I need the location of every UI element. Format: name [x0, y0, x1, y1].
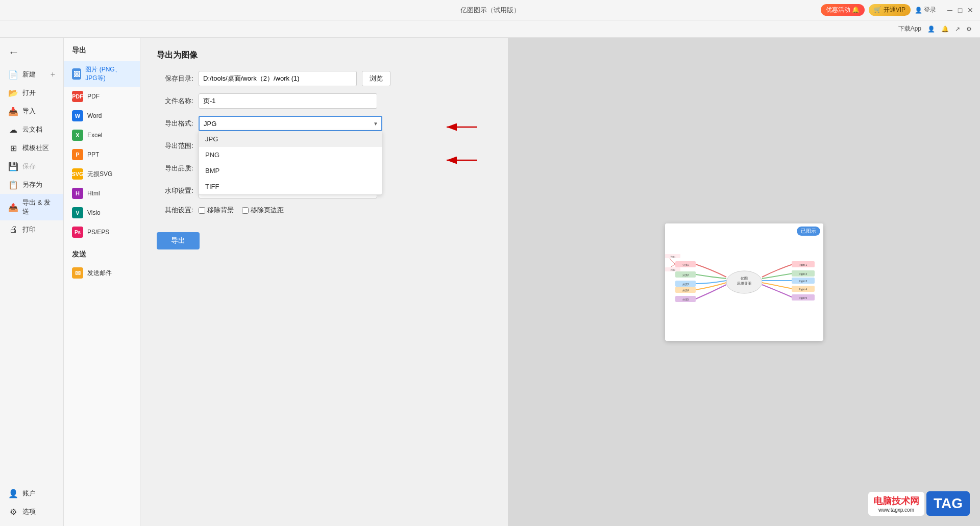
other-settings-row: 其他设置: 移除背景 移除页边距	[157, 206, 492, 215]
nav-open[interactable]: 📂 打开	[0, 84, 63, 102]
sidebar-item-word[interactable]: W Word	[64, 106, 140, 126]
user-profile-button[interactable]: 👤	[927, 26, 935, 33]
svg-text:子项1: 子项1	[670, 256, 675, 258]
close-button[interactable]: ✕	[967, 7, 974, 14]
remove-border-label: 移除页边距	[251, 206, 284, 215]
user-avatar-icon: 👤	[927, 26, 935, 33]
save-dir-input[interactable]	[199, 71, 357, 86]
sidebar-item-ppt[interactable]: P PPT	[64, 145, 140, 164]
export-panel: 导出为图像 保存目录: 浏览 文件名称: 导出格式: JPG PNG	[140, 38, 508, 526]
image-format-icon: 🖼	[72, 68, 81, 80]
sidebar-excel-label: Excel	[87, 132, 102, 139]
remove-bg-input[interactable]	[199, 207, 205, 214]
remove-border-checkbox[interactable]: 移除页边距	[242, 206, 284, 215]
nav-print[interactable]: 🖨 打印	[0, 220, 63, 239]
watermark-site-name: 电脑技术网	[873, 495, 919, 507]
sidebar-item-html[interactable]: H Html	[64, 184, 140, 203]
sidebar-item-image[interactable]: 🖼 图片 (PNG、JPG等)	[64, 61, 140, 87]
account-icon: 👤	[8, 488, 18, 498]
open-icon: 📂	[8, 88, 18, 98]
window-controls: ─ □ ✕	[946, 7, 974, 14]
nav-export-label: 导出 & 发送	[22, 198, 55, 216]
import-icon: 📥	[8, 106, 18, 116]
download-app-button[interactable]: 下载App	[898, 24, 921, 33]
nav-cloud[interactable]: ☁ 云文档	[0, 120, 63, 139]
sidebar-item-email[interactable]: ✉ 发送邮件	[64, 263, 140, 283]
remove-bg-label: 移除背景	[207, 206, 234, 215]
dropdown-item-png[interactable]: PNG	[199, 147, 382, 163]
sidebar: 导出 🖼 图片 (PNG、JPG等) PDF PDF W Word X Exce…	[64, 38, 140, 526]
dropdown-item-tiff[interactable]: TIFF	[199, 179, 382, 194]
promo-button[interactable]: 优惠活动 🔔	[821, 4, 865, 16]
sidebar-image-label: 图片 (PNG、JPG等)	[85, 65, 132, 83]
format-label: 导出格式:	[157, 119, 193, 128]
nav-template[interactable]: ⊞ 模板社区	[0, 139, 63, 157]
format-row: 导出格式: JPG PNG BMP TIFF ▼ JPG PNG BMP TIF…	[157, 116, 492, 131]
preview-badge: 已图示	[797, 227, 820, 236]
sidebar-item-visio[interactable]: V Visio	[64, 203, 140, 222]
word-format-icon: W	[72, 110, 83, 121]
nav-saveas[interactable]: 📋 另存为	[0, 176, 63, 194]
remove-border-input[interactable]	[242, 207, 249, 214]
sidebar-item-svg[interactable]: SVG 无损SVG	[64, 164, 140, 184]
sidebar-title: 导出	[64, 46, 140, 61]
dropdown-item-bmp[interactable]: BMP	[199, 163, 382, 179]
nav-options-label: 选项	[22, 507, 36, 516]
export-button[interactable]: 导出	[157, 232, 200, 249]
watermark-url: www.tagxp.com	[873, 507, 919, 513]
nav-template-label: 模板社区	[22, 143, 49, 153]
nav-saveas-label: 另存为	[22, 180, 42, 189]
nav-save-label: 保存	[22, 162, 36, 171]
sidebar-word-label: Word	[87, 112, 102, 119]
html-format-icon: H	[72, 188, 83, 199]
cloud-icon: ☁	[8, 124, 18, 135]
titlebar-right: 优惠活动 🔔 🛒 开通VIP 👤 登录 ─ □ ✕	[821, 4, 974, 16]
nav-options[interactable]: ⚙ 选项	[0, 503, 63, 521]
bell-icon: 🔔	[941, 26, 949, 33]
nav-import[interactable]: 📥 导入	[0, 102, 63, 120]
svg-text:子项2: 子项2	[670, 269, 675, 271]
sidebar-item-pseps[interactable]: Ps PS/EPS	[64, 222, 140, 242]
settings-toolbar-button[interactable]: ⚙	[966, 26, 972, 33]
app-title: 亿图图示（试用版）	[460, 6, 520, 15]
checkbox-group: 移除背景 移除页边距	[199, 206, 284, 215]
nav-new[interactable]: 📄 新建 +	[0, 65, 63, 84]
maximize-button[interactable]: □	[957, 7, 964, 14]
svg-text:Right 3: Right 3	[799, 280, 807, 283]
sidebar-item-pdf[interactable]: PDF PDF	[64, 87, 140, 106]
format-select-wrapper: JPG PNG BMP TIFF ▼ JPG PNG BMP TIFF	[199, 116, 382, 131]
minimize-button[interactable]: ─	[946, 7, 953, 14]
back-button[interactable]: ←	[0, 43, 63, 62]
svg-text:分支4: 分支4	[682, 289, 689, 292]
svg-text:分支1: 分支1	[682, 263, 689, 266]
watermark-label: 水印设置:	[157, 186, 193, 195]
notification-button[interactable]: 🔔	[941, 26, 949, 33]
format-select[interactable]: JPG PNG BMP TIFF	[199, 116, 382, 131]
excel-format-icon: X	[72, 130, 83, 141]
svg-text:Right 5: Right 5	[799, 296, 807, 299]
add-icon: +	[51, 70, 55, 79]
save-dir-label: 保存目录:	[157, 74, 193, 83]
saveas-icon: 📋	[8, 180, 18, 190]
sidebar-item-excel[interactable]: X Excel	[64, 126, 140, 145]
file-name-input[interactable]	[199, 93, 377, 109]
nav-export[interactable]: 📤 导出 & 发送	[0, 194, 63, 220]
share-button[interactable]: ↗	[955, 26, 960, 33]
svg-text:分支5: 分支5	[682, 298, 689, 301]
nav-save[interactable]: 💾 保存	[0, 157, 63, 176]
template-icon: ⊞	[8, 143, 18, 153]
svg-text:Right 1: Right 1	[799, 263, 807, 266]
nav-print-label: 打印	[22, 225, 36, 234]
remove-bg-checkbox[interactable]: 移除背景	[199, 206, 234, 215]
vip-button[interactable]: 🛒 开通VIP	[869, 4, 911, 16]
save-icon: 💾	[8, 161, 18, 171]
save-dir-row: 保存目录: 浏览	[157, 71, 492, 86]
browse-button[interactable]: 浏览	[362, 71, 390, 86]
login-button[interactable]: 👤 登录	[915, 6, 936, 14]
svg-text:分支3: 分支3	[682, 283, 689, 286]
nav-open-label: 打开	[22, 88, 36, 97]
dropdown-item-jpg[interactable]: JPG	[199, 131, 382, 147]
nav-account[interactable]: 👤 账户	[0, 484, 63, 503]
format-dropdown: JPG PNG BMP TIFF	[199, 131, 382, 195]
svg-text:分支2: 分支2	[682, 273, 689, 277]
